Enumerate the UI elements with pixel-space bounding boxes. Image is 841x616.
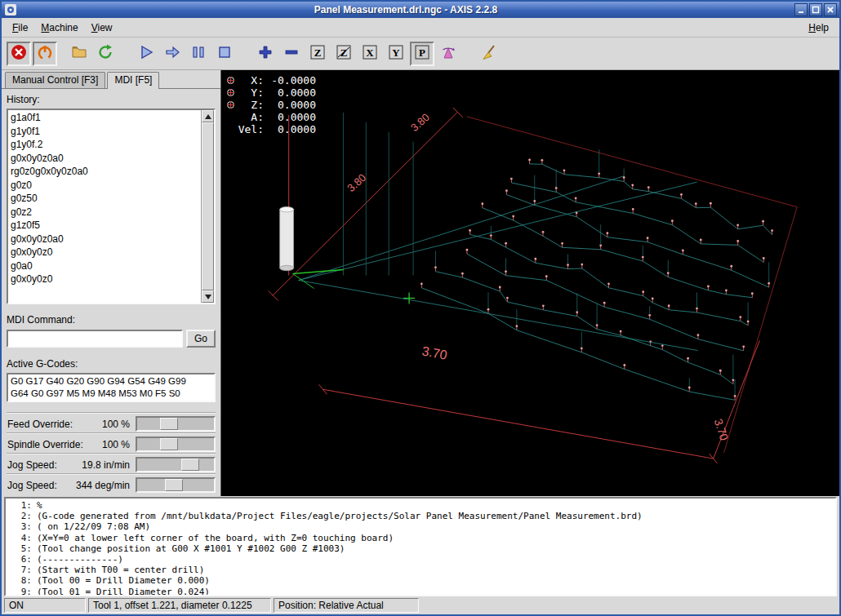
run-button[interactable]	[134, 42, 158, 66]
menu-item[interactable]: View	[86, 20, 118, 36]
slider[interactable]	[136, 477, 216, 493]
control-panel: Manual Control [F3] MDI [F5] History: g1…	[2, 70, 220, 496]
titlebar[interactable]: Panel Measurement.drl.ngc - AXIS 2.2.8	[2, 2, 839, 18]
tab-mdi[interactable]: MDI [F5]	[107, 72, 159, 89]
line-number: 2:	[7, 511, 32, 521]
pause-button[interactable]	[186, 42, 211, 66]
rotate-view-button[interactable]	[436, 42, 461, 66]
window-title: Panel Measurement.drl.ngc - AXIS 2.2.8	[17, 4, 794, 16]
gcode-line[interactable]: 9: (Tool 01 = Drill Diameter 0.024)	[7, 587, 835, 597]
line-number: 4:	[7, 533, 32, 543]
gcode-listing[interactable]: 1: % 2: (G-code generated from /mnt/bulk…	[4, 497, 837, 596]
scrollbar-thumb[interactable]	[202, 122, 214, 290]
tab-bar: Manual Control [F3] MDI [F5]	[2, 70, 220, 88]
active-gcodes: G0 G17 G40 G20 G90 G94 G54 G49 G99 G64 G…	[7, 373, 216, 402]
slider[interactable]	[136, 457, 216, 472]
history-item[interactable]: g1y0f1	[11, 125, 198, 139]
history-item[interactable]: g0z50	[11, 192, 198, 206]
minimize-button[interactable]	[794, 3, 808, 16]
svg-text:3.80: 3.80	[345, 171, 368, 194]
history-item[interactable]: rg0z0g0x0y0z0a0	[11, 165, 198, 179]
clear-plot-button[interactable]	[477, 42, 501, 66]
view-perspective-button[interactable]: P	[410, 42, 434, 66]
app-icon	[4, 3, 17, 16]
history-item[interactable]: g0z0	[11, 179, 198, 193]
slider[interactable]	[136, 437, 216, 452]
history-item[interactable]: g1a0f1	[11, 111, 198, 125]
history-item[interactable]: g1y0f.2	[11, 138, 198, 152]
zoom-out-button[interactable]	[279, 42, 304, 66]
slider[interactable]	[136, 416, 216, 432]
view-perspective-icon: P	[413, 43, 431, 64]
view-x-button[interactable]: X	[358, 42, 382, 66]
machine-state: ON	[4, 598, 86, 613]
machine-power-button[interactable]	[33, 42, 57, 66]
menubar: FileMachineView Help	[2, 18, 839, 38]
history-item[interactable]: g0a0	[11, 259, 198, 273]
line-number: 9:	[7, 587, 32, 597]
stop-button[interactable]	[212, 42, 237, 66]
slider-label: Jog Speed:	[7, 459, 82, 471]
history-label: History:	[7, 94, 216, 107]
estop-button[interactable]	[7, 42, 31, 66]
gcode-line[interactable]: 1: %	[7, 500, 835, 511]
dro-readout: X:-0.0000 Y:0.0000 Z:0.0000 A:0.0000 Vel…	[226, 74, 316, 135]
line-text: ( on 1/22/09 7:08 AM)	[37, 521, 150, 532]
gcode-line[interactable]: 5: (Tool change position at G00 X #1001 …	[7, 543, 835, 554]
tab-manual-control[interactable]: Manual Control [F3]	[5, 72, 105, 88]
view-y-icon: Y	[387, 43, 405, 64]
line-number: 5:	[7, 543, 32, 554]
slider-value: 344 deg/min	[76, 480, 130, 491]
mdi-command-input[interactable]	[7, 330, 183, 348]
gcode-line[interactable]: 3: ( on 1/22/09 7:08 AM)	[7, 521, 835, 532]
view-z-icon: Z	[309, 43, 327, 64]
scroll-down-icon[interactable]	[202, 290, 214, 303]
tool-info: Tool 1, offset 1.221, diameter 0.1225	[88, 598, 271, 613]
open-file-icon	[70, 43, 88, 64]
line-text: (Tool change position at G00 X #1001 Y #…	[37, 543, 345, 554]
reload-icon	[96, 43, 114, 64]
menu-item[interactable]: File	[7, 20, 33, 36]
slider-handle[interactable]	[181, 459, 199, 471]
maximize-button[interactable]	[809, 3, 822, 16]
open-file-button[interactable]	[67, 42, 91, 66]
step-button[interactable]	[160, 42, 185, 66]
svg-text:Z: Z	[314, 47, 322, 59]
gcode-line[interactable]: 2: (G-code generated from /mnt/bulkdata/…	[7, 511, 835, 521]
history-item[interactable]: g0x0y0z0	[11, 246, 198, 259]
history-item[interactable]: g1z0f5	[11, 219, 198, 233]
estop-icon	[10, 43, 28, 64]
slider-row: Jog Speed: 19.8 in/min	[7, 454, 216, 475]
view-y-button[interactable]: Y	[384, 42, 408, 66]
zoom-in-button[interactable]	[253, 42, 278, 66]
slider-row: Feed Override: 100 %	[7, 414, 216, 434]
history-item[interactable]: g0z2	[11, 206, 198, 219]
slider-handle[interactable]	[165, 479, 183, 491]
gcode-line[interactable]: 8: (Tool 00 = Drill Diameter 0.000)	[7, 575, 835, 586]
view-z-rot-button[interactable]: Z	[332, 42, 356, 66]
preview-3d[interactable]: 3.803.803.703.70 X:-0.0000 Y:0.0000 Z:0.…	[220, 70, 839, 496]
history-item[interactable]: g0x0y0z0a0	[11, 233, 198, 246]
slider-handle[interactable]	[160, 418, 178, 430]
line-number: 1:	[7, 500, 32, 511]
history-item[interactable]: g0x0y0z0a0	[11, 152, 198, 166]
history-item[interactable]: g0x0y0z0	[11, 273, 198, 286]
gcode-line[interactable]: 7: (Start with T00 = center drill)	[7, 565, 835, 575]
mdi-history-list[interactable]: g1a0f1g1y0f1g1y0f.2g0x0y0z0a0rg0z0g0x0y0…	[7, 109, 216, 304]
view-z-button[interactable]: Z	[305, 42, 330, 66]
go-button[interactable]: Go	[186, 330, 216, 348]
reload-button[interactable]	[93, 42, 118, 66]
position-mode: Position: Relative Actual	[274, 598, 419, 613]
slider-label: Feed Override:	[7, 419, 102, 430]
stop-icon	[216, 43, 234, 64]
close-button[interactable]	[824, 3, 837, 16]
slider-row: Spindle Override: 100 %	[7, 434, 216, 454]
history-scrollbar[interactable]	[201, 110, 214, 303]
menu-help[interactable]: Help	[803, 20, 834, 36]
line-text: (Tool 01 = Drill Diameter 0.024)	[37, 587, 210, 597]
menu-item[interactable]: Machine	[35, 20, 83, 36]
gcode-line[interactable]: 6: (--------------)	[7, 554, 835, 565]
scroll-up-icon[interactable]	[202, 110, 214, 122]
gcode-line[interactable]: 4: (X=Y=0 at lower left corner of the bo…	[7, 533, 835, 543]
slider-handle[interactable]	[160, 438, 178, 450]
